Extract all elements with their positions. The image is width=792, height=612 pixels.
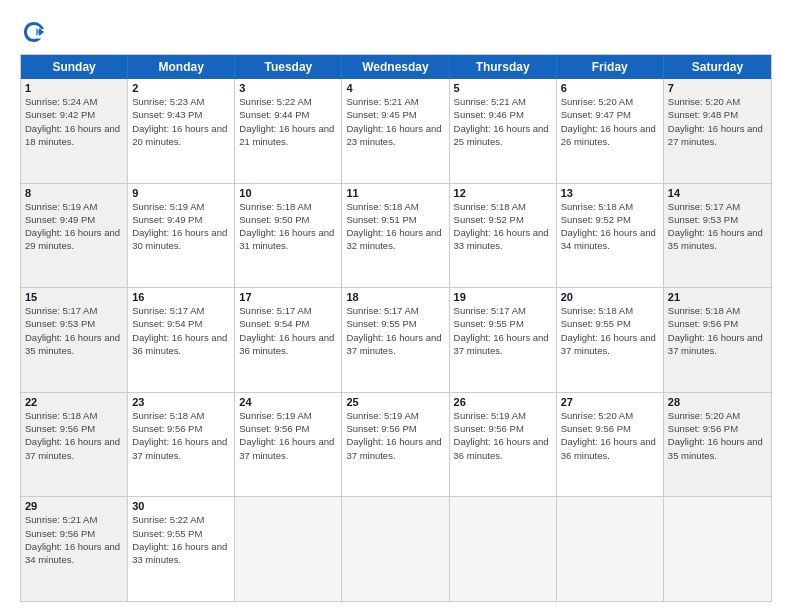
day-detail: Sunrise: 5:17 AMSunset: 9:55 PMDaylight:…: [454, 304, 552, 357]
day-detail: Sunrise: 5:18 AMSunset: 9:56 PMDaylight:…: [668, 304, 767, 357]
header-day-monday: Monday: [128, 55, 235, 79]
day-detail: Sunrise: 5:21 AMSunset: 9:56 PMDaylight:…: [25, 513, 123, 566]
empty-cell: [342, 497, 449, 601]
day-cell-6: 6Sunrise: 5:20 AMSunset: 9:47 PMDaylight…: [557, 79, 664, 183]
day-detail: Sunrise: 5:18 AMSunset: 9:52 PMDaylight:…: [561, 200, 659, 253]
day-detail: Sunrise: 5:18 AMSunset: 9:52 PMDaylight:…: [454, 200, 552, 253]
day-detail: Sunrise: 5:19 AMSunset: 9:56 PMDaylight:…: [346, 409, 444, 462]
day-number: 9: [132, 187, 230, 199]
day-detail: Sunrise: 5:19 AMSunset: 9:56 PMDaylight:…: [239, 409, 337, 462]
calendar-week-2: 8Sunrise: 5:19 AMSunset: 9:49 PMDaylight…: [21, 183, 771, 288]
day-cell-24: 24Sunrise: 5:19 AMSunset: 9:56 PMDayligh…: [235, 393, 342, 497]
empty-cell: [664, 497, 771, 601]
day-number: 26: [454, 396, 552, 408]
day-cell-22: 22Sunrise: 5:18 AMSunset: 9:56 PMDayligh…: [21, 393, 128, 497]
day-detail: Sunrise: 5:18 AMSunset: 9:56 PMDaylight:…: [132, 409, 230, 462]
day-number: 14: [668, 187, 767, 199]
header-day-wednesday: Wednesday: [342, 55, 449, 79]
day-number: 28: [668, 396, 767, 408]
page-header: [20, 18, 772, 46]
day-number: 24: [239, 396, 337, 408]
day-number: 15: [25, 291, 123, 303]
empty-cell: [235, 497, 342, 601]
day-number: 10: [239, 187, 337, 199]
day-number: 13: [561, 187, 659, 199]
day-number: 8: [25, 187, 123, 199]
day-detail: Sunrise: 5:17 AMSunset: 9:54 PMDaylight:…: [132, 304, 230, 357]
header-day-tuesday: Tuesday: [235, 55, 342, 79]
day-cell-20: 20Sunrise: 5:18 AMSunset: 9:55 PMDayligh…: [557, 288, 664, 392]
calendar-body: 1Sunrise: 5:24 AMSunset: 9:42 PMDaylight…: [21, 79, 771, 601]
day-detail: Sunrise: 5:21 AMSunset: 9:46 PMDaylight:…: [454, 95, 552, 148]
day-number: 7: [668, 82, 767, 94]
day-detail: Sunrise: 5:22 AMSunset: 9:55 PMDaylight:…: [132, 513, 230, 566]
logo-icon: [20, 18, 48, 46]
day-detail: Sunrise: 5:23 AMSunset: 9:43 PMDaylight:…: [132, 95, 230, 148]
day-cell-17: 17Sunrise: 5:17 AMSunset: 9:54 PMDayligh…: [235, 288, 342, 392]
day-detail: Sunrise: 5:17 AMSunset: 9:53 PMDaylight:…: [668, 200, 767, 253]
calendar-week-4: 22Sunrise: 5:18 AMSunset: 9:56 PMDayligh…: [21, 392, 771, 497]
day-cell-11: 11Sunrise: 5:18 AMSunset: 9:51 PMDayligh…: [342, 184, 449, 288]
calendar-week-3: 15Sunrise: 5:17 AMSunset: 9:53 PMDayligh…: [21, 287, 771, 392]
day-cell-18: 18Sunrise: 5:17 AMSunset: 9:55 PMDayligh…: [342, 288, 449, 392]
empty-cell: [557, 497, 664, 601]
day-cell-10: 10Sunrise: 5:18 AMSunset: 9:50 PMDayligh…: [235, 184, 342, 288]
day-cell-25: 25Sunrise: 5:19 AMSunset: 9:56 PMDayligh…: [342, 393, 449, 497]
day-cell-12: 12Sunrise: 5:18 AMSunset: 9:52 PMDayligh…: [450, 184, 557, 288]
day-number: 30: [132, 500, 230, 512]
day-cell-29: 29Sunrise: 5:21 AMSunset: 9:56 PMDayligh…: [21, 497, 128, 601]
day-detail: Sunrise: 5:19 AMSunset: 9:49 PMDaylight:…: [25, 200, 123, 253]
day-number: 25: [346, 396, 444, 408]
empty-cell: [450, 497, 557, 601]
logo: [20, 18, 54, 46]
day-cell-21: 21Sunrise: 5:18 AMSunset: 9:56 PMDayligh…: [664, 288, 771, 392]
day-number: 22: [25, 396, 123, 408]
day-detail: Sunrise: 5:17 AMSunset: 9:54 PMDaylight:…: [239, 304, 337, 357]
calendar-week-5: 29Sunrise: 5:21 AMSunset: 9:56 PMDayligh…: [21, 496, 771, 601]
day-number: 21: [668, 291, 767, 303]
day-cell-3: 3Sunrise: 5:22 AMSunset: 9:44 PMDaylight…: [235, 79, 342, 183]
day-number: 4: [346, 82, 444, 94]
day-detail: Sunrise: 5:22 AMSunset: 9:44 PMDaylight:…: [239, 95, 337, 148]
day-detail: Sunrise: 5:20 AMSunset: 9:47 PMDaylight:…: [561, 95, 659, 148]
day-cell-23: 23Sunrise: 5:18 AMSunset: 9:56 PMDayligh…: [128, 393, 235, 497]
day-cell-1: 1Sunrise: 5:24 AMSunset: 9:42 PMDaylight…: [21, 79, 128, 183]
day-number: 2: [132, 82, 230, 94]
day-detail: Sunrise: 5:20 AMSunset: 9:56 PMDaylight:…: [561, 409, 659, 462]
day-detail: Sunrise: 5:20 AMSunset: 9:48 PMDaylight:…: [668, 95, 767, 148]
day-detail: Sunrise: 5:20 AMSunset: 9:56 PMDaylight:…: [668, 409, 767, 462]
day-detail: Sunrise: 5:18 AMSunset: 9:56 PMDaylight:…: [25, 409, 123, 462]
day-cell-14: 14Sunrise: 5:17 AMSunset: 9:53 PMDayligh…: [664, 184, 771, 288]
day-cell-19: 19Sunrise: 5:17 AMSunset: 9:55 PMDayligh…: [450, 288, 557, 392]
calendar: SundayMondayTuesdayWednesdayThursdayFrid…: [20, 54, 772, 602]
day-detail: Sunrise: 5:19 AMSunset: 9:49 PMDaylight:…: [132, 200, 230, 253]
header-day-sunday: Sunday: [21, 55, 128, 79]
day-number: 29: [25, 500, 123, 512]
day-cell-2: 2Sunrise: 5:23 AMSunset: 9:43 PMDaylight…: [128, 79, 235, 183]
header-day-thursday: Thursday: [450, 55, 557, 79]
day-number: 27: [561, 396, 659, 408]
day-detail: Sunrise: 5:18 AMSunset: 9:55 PMDaylight:…: [561, 304, 659, 357]
day-cell-7: 7Sunrise: 5:20 AMSunset: 9:48 PMDaylight…: [664, 79, 771, 183]
day-number: 11: [346, 187, 444, 199]
day-number: 6: [561, 82, 659, 94]
day-number: 16: [132, 291, 230, 303]
day-detail: Sunrise: 5:18 AMSunset: 9:50 PMDaylight:…: [239, 200, 337, 253]
day-cell-15: 15Sunrise: 5:17 AMSunset: 9:53 PMDayligh…: [21, 288, 128, 392]
header-day-saturday: Saturday: [664, 55, 771, 79]
day-cell-5: 5Sunrise: 5:21 AMSunset: 9:46 PMDaylight…: [450, 79, 557, 183]
svg-marker-1: [39, 28, 44, 36]
day-number: 5: [454, 82, 552, 94]
day-detail: Sunrise: 5:18 AMSunset: 9:51 PMDaylight:…: [346, 200, 444, 253]
day-number: 12: [454, 187, 552, 199]
day-number: 18: [346, 291, 444, 303]
day-cell-4: 4Sunrise: 5:21 AMSunset: 9:45 PMDaylight…: [342, 79, 449, 183]
day-number: 19: [454, 291, 552, 303]
day-detail: Sunrise: 5:17 AMSunset: 9:55 PMDaylight:…: [346, 304, 444, 357]
header-day-friday: Friday: [557, 55, 664, 79]
day-cell-13: 13Sunrise: 5:18 AMSunset: 9:52 PMDayligh…: [557, 184, 664, 288]
day-cell-30: 30Sunrise: 5:22 AMSunset: 9:55 PMDayligh…: [128, 497, 235, 601]
day-number: 3: [239, 82, 337, 94]
day-number: 23: [132, 396, 230, 408]
calendar-week-1: 1Sunrise: 5:24 AMSunset: 9:42 PMDaylight…: [21, 79, 771, 183]
